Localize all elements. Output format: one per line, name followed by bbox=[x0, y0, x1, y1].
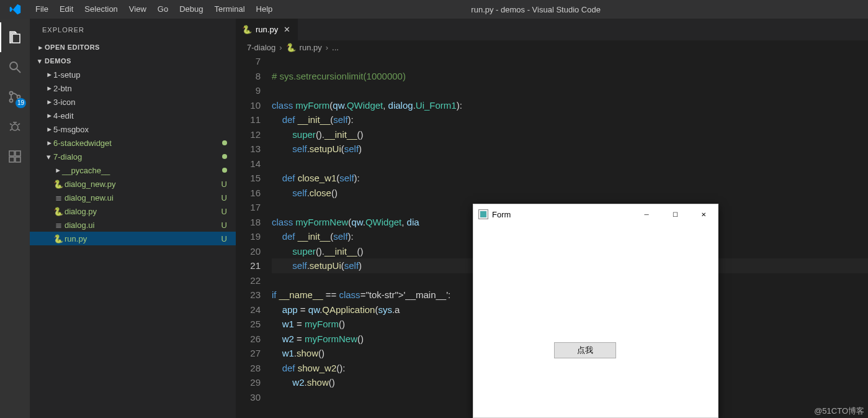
file-run-py[interactable]: 🐍run.pyU bbox=[30, 232, 236, 245]
breadcrumb-folder[interactable]: 7-dialog bbox=[247, 43, 275, 52]
sidebar: EXPLORER ▾ OPEN EDITORS ▾ DEMOS ▾1-setup… bbox=[30, 19, 236, 418]
ui-file-icon: ≣ bbox=[52, 193, 65, 202]
python-file-icon: 🐍 bbox=[52, 234, 65, 243]
explorer-tree: ▾ OPEN EDITORS ▾ DEMOS ▾1-setup ▾2-btn ▾… bbox=[30, 40, 236, 418]
svg-rect-6 bbox=[16, 151, 20, 156]
chevron-down-icon: ▾ bbox=[43, 152, 53, 161]
chevron-right-icon: ▾ bbox=[44, 70, 53, 80]
git-status-untracked: U bbox=[221, 179, 227, 189]
maximize-button[interactable]: ☐ bbox=[661, 204, 689, 224]
form-window[interactable]: Form ─ ☐ ✕ 点我 bbox=[473, 204, 718, 418]
sidebar-title: EXPLORER bbox=[30, 19, 236, 40]
folder-6-stackedwidget[interactable]: ▾6-stackedwidget bbox=[30, 136, 236, 150]
editor-tabs: 🐍 run.py ✕ bbox=[236, 19, 868, 40]
menu-selection[interactable]: Selection bbox=[79, 0, 123, 19]
file-dialog-ui[interactable]: ≣dialog.uiU bbox=[30, 218, 236, 232]
scm-badge: 19 bbox=[16, 98, 26, 108]
close-button[interactable]: ✕ bbox=[689, 204, 718, 224]
activity-scm[interactable]: 19 bbox=[0, 82, 30, 112]
python-file-icon: 🐍 bbox=[52, 207, 65, 216]
svg-rect-5 bbox=[9, 151, 14, 156]
app-icon bbox=[478, 209, 488, 219]
menu-edit[interactable]: Edit bbox=[54, 0, 79, 19]
modified-dot-icon bbox=[222, 140, 227, 145]
svg-point-0 bbox=[10, 62, 17, 70]
python-file-icon: 🐍 bbox=[242, 25, 252, 34]
open-editors-label: OPEN EDITORS bbox=[45, 43, 100, 51]
folder-1-setup[interactable]: ▾1-setup bbox=[30, 68, 236, 81]
git-status-untracked: U bbox=[221, 220, 227, 230]
form-titlebar[interactable]: Form ─ ☐ ✕ bbox=[473, 204, 718, 224]
chevron-right-icon: › bbox=[279, 43, 282, 52]
git-status-untracked: U bbox=[221, 234, 227, 243]
activity-search[interactable] bbox=[0, 52, 30, 82]
svg-rect-8 bbox=[16, 157, 20, 162]
menu-file[interactable]: File bbox=[30, 0, 54, 19]
activity-extensions[interactable] bbox=[0, 142, 30, 171]
chevron-right-icon: ▾ bbox=[44, 83, 53, 93]
activity-debug[interactable] bbox=[0, 112, 30, 142]
git-status-untracked: U bbox=[221, 193, 227, 202]
workspace-root[interactable]: ▾ DEMOS bbox=[30, 54, 236, 68]
chevron-right-icon: ▾ bbox=[53, 165, 62, 175]
root-label: DEMOS bbox=[45, 57, 71, 65]
tab-run-py[interactable]: 🐍 run.py ✕ bbox=[236, 19, 298, 40]
menu-terminal[interactable]: Terminal bbox=[208, 0, 250, 19]
breadcrumb-more[interactable]: ... bbox=[332, 43, 339, 52]
folder-5-msgbox[interactable]: ▾5-msgbox bbox=[30, 122, 236, 136]
vscode-logo-icon bbox=[0, 3, 30, 16]
folder-2-btn[interactable]: ▾2-btn bbox=[30, 81, 236, 95]
file-dialog-new-ui[interactable]: ≣dialog_new.uiU bbox=[30, 191, 236, 204]
folder-pycache[interactable]: ▾__pycache__ bbox=[30, 163, 236, 177]
chevron-right-icon: ▾ bbox=[44, 124, 53, 134]
python-file-icon: 🐍 bbox=[52, 179, 65, 189]
chevron-right-icon: ▾ bbox=[44, 97, 53, 107]
svg-point-4 bbox=[12, 124, 18, 130]
breadcrumbs[interactable]: 7-dialog › 🐍 run.py › ... bbox=[236, 40, 868, 54]
menu-debug[interactable]: Debug bbox=[174, 0, 208, 19]
modified-dot-icon bbox=[222, 168, 227, 173]
file-dialog-new-py[interactable]: 🐍dialog_new.pyU bbox=[30, 177, 236, 191]
chevron-down-icon: ▾ bbox=[35, 57, 45, 65]
menubar: File Edit Selection View Go Debug Termin… bbox=[0, 0, 868, 19]
file-dialog-py[interactable]: 🐍dialog.pyU bbox=[30, 204, 236, 218]
line-number-gutter: 7891011121314151617181920212223242526272… bbox=[236, 54, 272, 418]
form-button[interactable]: 点我 bbox=[554, 342, 616, 358]
menu-go[interactable]: Go bbox=[152, 0, 174, 19]
window-title: run.py - demos - Visual Studio Code bbox=[278, 5, 868, 14]
breadcrumb-file[interactable]: run.py bbox=[300, 43, 322, 52]
menu-help[interactable]: Help bbox=[251, 0, 279, 19]
close-icon[interactable]: ✕ bbox=[282, 25, 292, 34]
svg-point-2 bbox=[10, 99, 13, 102]
python-file-icon: 🐍 bbox=[286, 43, 296, 52]
chevron-right-icon: › bbox=[326, 43, 328, 52]
activity-bar: 19 bbox=[0, 19, 30, 418]
ui-file-icon: ≣ bbox=[52, 220, 65, 230]
menu-view[interactable]: View bbox=[123, 0, 152, 19]
minimize-button[interactable]: ─ bbox=[632, 204, 661, 224]
tab-label: run.py bbox=[256, 25, 278, 34]
activity-explorer[interactable] bbox=[0, 22, 30, 52]
folder-3-icon[interactable]: ▾3-icon bbox=[30, 95, 236, 109]
git-status-untracked: U bbox=[221, 207, 227, 216]
chevron-right-icon: ▾ bbox=[44, 111, 53, 120]
modified-dot-icon bbox=[222, 154, 227, 159]
chevron-right-icon: ▾ bbox=[36, 42, 44, 52]
watermark: @51CTO博客 bbox=[814, 406, 864, 417]
open-editors-section[interactable]: ▾ OPEN EDITORS bbox=[30, 40, 236, 54]
chevron-right-icon: ▾ bbox=[44, 138, 53, 148]
folder-4-edit[interactable]: ▾4-edit bbox=[30, 109, 236, 122]
svg-point-1 bbox=[10, 92, 13, 95]
form-title: Form bbox=[492, 210, 511, 219]
folder-7-dialog[interactable]: ▾7-dialog bbox=[30, 150, 236, 163]
svg-rect-7 bbox=[9, 157, 14, 162]
